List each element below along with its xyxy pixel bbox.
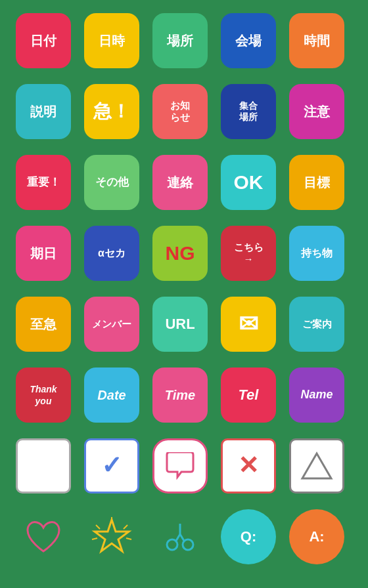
badge-ng[interactable]: NG — [152, 226, 208, 281]
badge-mail[interactable]: ✉ — [221, 297, 276, 352]
badge-a[interactable]: A: — [289, 509, 344, 564]
badge-speech-bubble[interactable] — [152, 438, 208, 494]
svg-point-7 — [183, 539, 193, 550]
badge-urgent-jp[interactable]: 急！ — [84, 84, 139, 139]
badge-checkmark[interactable]: ✓ — [84, 438, 139, 494]
badge-goal[interactable]: 目標 — [289, 155, 344, 210]
badge-tel[interactable]: Tel — [221, 368, 276, 423]
svg-point-6 — [167, 539, 177, 550]
badge-guide[interactable]: ご案内 — [289, 297, 344, 352]
scissors-icon — [159, 516, 201, 558]
badge-time-eng[interactable]: Time — [152, 368, 208, 423]
badge-explanation[interactable]: 説明 — [16, 84, 71, 139]
badge-other[interactable]: その他 — [84, 155, 139, 210]
badge-venue[interactable]: 会場 — [221, 13, 276, 68]
badge-q[interactable]: Q: — [221, 509, 276, 564]
svg-line-9 — [180, 534, 184, 541]
svg-line-4 — [96, 525, 100, 529]
badge-time[interactable]: 時間 — [289, 13, 344, 68]
badge-date-eng[interactable]: Date — [84, 368, 139, 423]
badge-ok[interactable]: OK — [221, 155, 276, 210]
badge-notice[interactable]: お知らせ — [152, 84, 208, 139]
star-icon — [91, 516, 133, 558]
badge-date[interactable]: 日付 — [16, 13, 71, 68]
badge-meetingplace[interactable]: 集合場所 — [221, 84, 276, 139]
badge-url[interactable]: URL — [152, 297, 208, 352]
badge-caution[interactable]: 注意 — [289, 84, 344, 139]
speech-bubble-icon — [163, 452, 197, 480]
badge-star[interactable] — [84, 509, 139, 564]
badge-name[interactable]: Name — [289, 368, 344, 423]
badge-member[interactable]: メンバー — [84, 297, 139, 352]
svg-marker-0 — [95, 520, 129, 551]
svg-line-3 — [126, 538, 131, 539]
badge-checkbox-empty[interactable] — [16, 438, 71, 494]
badge-place[interactable]: 場所 — [152, 13, 208, 68]
badge-scissors[interactable] — [152, 509, 208, 564]
svg-line-8 — [176, 534, 180, 541]
badge-contact[interactable]: 連絡 — [152, 155, 208, 210]
badge-datetime[interactable]: 日時 — [84, 13, 139, 68]
svg-line-2 — [124, 525, 127, 529]
sticker-grid: 日付 日時 場所 会場 時間 説明 急！ お知らせ 集合場所 注意 重要！ その… — [5, 3, 363, 585]
svg-line-5 — [92, 538, 97, 539]
badge-urgent[interactable]: 至急 — [16, 297, 71, 352]
heart-icon — [22, 516, 64, 558]
badge-triangle[interactable] — [289, 438, 344, 494]
badge-deadline[interactable]: 期日 — [16, 226, 71, 281]
badge-x-mark[interactable]: ✕ — [221, 438, 276, 494]
badge-belongings[interactable]: 持ち物 — [289, 226, 344, 281]
badge-heart[interactable] — [16, 509, 71, 564]
badge-alpha[interactable]: αセカ — [84, 226, 139, 281]
triangle-icon — [300, 451, 334, 481]
badge-important[interactable]: 重要！ — [16, 155, 71, 210]
badge-thankyou[interactable]: Thankyou — [16, 368, 71, 423]
badge-thisway[interactable]: こちら→ — [221, 226, 276, 281]
